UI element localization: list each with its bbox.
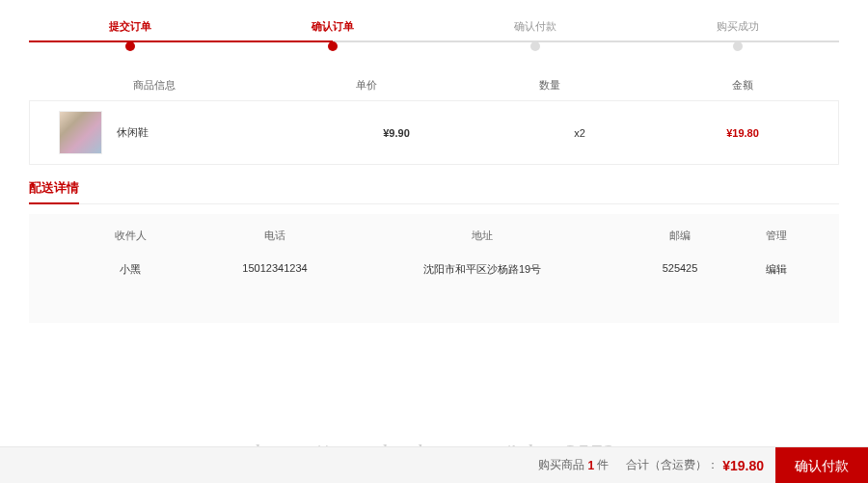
delivery-section: 配送详情 收件人 电话 地址 邮编 管理 小黑 15012341234 沈阳市和… xyxy=(0,179,868,323)
progress-step-success: 购买成功 xyxy=(637,19,839,51)
header-quantity: 数量 xyxy=(453,78,646,93)
order-item-row: 休闲鞋 ¥9.90 x2 ¥19.80 xyxy=(29,100,839,165)
delivery-title: 配送详情 xyxy=(29,179,79,204)
summary-suffix: 件 xyxy=(597,457,609,473)
header-zipcode: 邮编 xyxy=(617,228,743,243)
summary-prefix: 购买商品 xyxy=(538,457,584,473)
progress-label: 确认订单 xyxy=(231,19,434,34)
item-count: 1 xyxy=(587,459,594,472)
progress-dot xyxy=(530,41,540,51)
delivery-content: 收件人 电话 地址 邮编 管理 小黑 15012341234 沈阳市和平区沙杨路… xyxy=(29,214,839,323)
item-info-cell: 休闲鞋 xyxy=(59,111,310,154)
product-thumbnail xyxy=(59,111,102,154)
progress-label: 确认付款 xyxy=(434,19,637,34)
progress-dot xyxy=(125,41,135,51)
manage-cell: 编辑 xyxy=(743,262,810,277)
recipient-phone: 15012341234 xyxy=(203,262,347,277)
delivery-divider xyxy=(29,203,839,204)
footer-summary-bar: 购买商品 1 件 合计（含运费）： ¥19.80 确认付款 xyxy=(0,446,868,483)
delivery-row: 小黑 15012341234 沈阳市和平区沙杨路19号 525425 编辑 xyxy=(29,255,839,284)
confirm-payment-button[interactable]: 确认付款 xyxy=(775,447,868,484)
header-phone: 电话 xyxy=(203,228,347,243)
delivery-table-header: 收件人 电话 地址 邮编 管理 xyxy=(29,228,839,255)
progress-dot xyxy=(733,41,743,51)
progress-label: 购买成功 xyxy=(637,19,839,34)
recipient-zipcode: 525425 xyxy=(617,262,743,277)
item-amount: ¥19.80 xyxy=(676,127,809,139)
item-price: ¥9.90 xyxy=(310,127,483,139)
recipient-name: 小黑 xyxy=(58,262,203,277)
header-amount: 金额 xyxy=(646,78,839,93)
header-manage: 管理 xyxy=(743,228,810,243)
header-recipient: 收件人 xyxy=(58,228,203,243)
header-address: 地址 xyxy=(347,228,617,243)
progress-dot xyxy=(328,41,338,51)
order-table-header: 商品信息 单价 数量 金额 xyxy=(0,70,868,100)
order-section: 商品信息 单价 数量 金额 休闲鞋 ¥9.90 x2 ¥19.80 xyxy=(0,70,868,165)
progress-step-confirm-pay: 确认付款 xyxy=(434,19,637,51)
header-product-info: 商品信息 xyxy=(29,78,280,93)
item-quantity: x2 xyxy=(483,127,676,139)
total-price: ¥19.80 xyxy=(722,458,764,473)
progress-label: 提交订单 xyxy=(29,19,231,34)
header-price: 单价 xyxy=(280,78,453,93)
recipient-address: 沈阳市和平区沙杨路19号 xyxy=(347,262,617,277)
progress-step-confirm-order: 确认订单 xyxy=(231,19,434,51)
progress-step-submit: 提交订单 xyxy=(29,19,231,51)
total-label: 合计（含运费）： xyxy=(626,457,719,473)
product-name: 休闲鞋 xyxy=(117,125,149,140)
edit-address-link[interactable]: 编辑 xyxy=(766,263,787,275)
checkout-progress: 提交订单 确认订单 确认付款 购买成功 xyxy=(0,0,868,51)
